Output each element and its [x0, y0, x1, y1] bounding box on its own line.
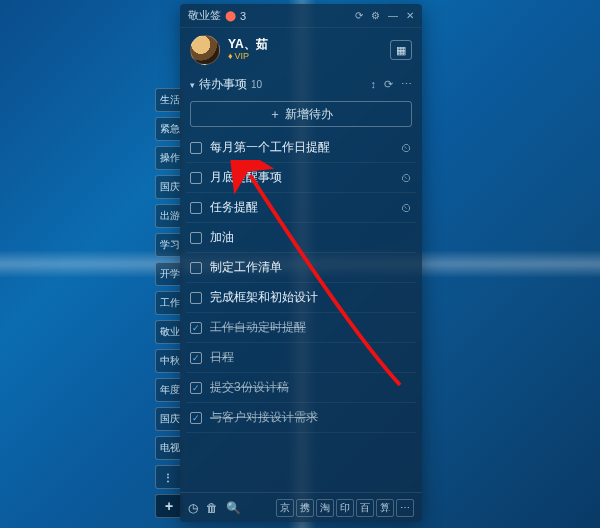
todo-item[interactable]: 提交3份设计稿: [186, 373, 416, 403]
settings-icon[interactable]: ⚙: [371, 10, 380, 21]
todo-item[interactable]: 月底提醒事项⏲: [186, 163, 416, 193]
vip-badge: VIP: [228, 52, 268, 62]
side-tab[interactable]: 敬业: [155, 320, 183, 344]
side-tab-more[interactable]: ⋮: [155, 465, 183, 489]
plus-icon: ＋: [269, 106, 281, 123]
todo-item[interactable]: 完成框架和初始设计: [186, 283, 416, 313]
side-tab[interactable]: 工作: [155, 291, 183, 315]
minimize-icon[interactable]: —: [388, 10, 398, 21]
quick-links: 京携淘印百算⋯: [276, 499, 414, 517]
refresh-icon[interactable]: ⟳: [384, 78, 393, 91]
todo-checkbox[interactable]: [190, 232, 202, 244]
username: YA、茹: [228, 38, 268, 51]
side-tab[interactable]: 国庆: [155, 175, 183, 199]
todo-item[interactable]: 日程: [186, 343, 416, 373]
todo-text: 完成框架和初始设计: [210, 289, 412, 306]
quick-link[interactable]: 携: [296, 499, 314, 517]
todo-text: 制定工作清单: [210, 259, 412, 276]
footer-bar: ◷ 🗑 🔍 京携淘印百算⋯: [180, 492, 422, 522]
sort-icon[interactable]: ↕: [371, 78, 377, 91]
sync-icon[interactable]: ⟳: [355, 10, 363, 21]
todo-text: 月底提醒事项: [210, 169, 393, 186]
titlebar: 敬业签 ⬤ 3 ⟳ ⚙ — ✕: [180, 4, 422, 28]
search-icon[interactable]: 🔍: [226, 501, 241, 515]
todo-item[interactable]: 与客户对接设计需求: [186, 403, 416, 433]
todo-text: 任务提醒: [210, 199, 393, 216]
side-tab[interactable]: 中秋: [155, 349, 183, 373]
quick-link[interactable]: 算: [376, 499, 394, 517]
quick-link-more[interactable]: ⋯: [396, 499, 414, 517]
todo-text: 工作自动定时提醒: [210, 319, 412, 336]
todo-checkbox[interactable]: [190, 292, 202, 304]
quick-link[interactable]: 京: [276, 499, 294, 517]
reminder-icon[interactable]: ⏲: [401, 202, 412, 214]
user-bar: YA、茹 VIP ▦: [180, 28, 422, 72]
desktop-background: 生活紧急操作国庆出游学习开学工作敬业中秋年度国庆电视⋮+ 敬业签 ⬤ 3 ⟳ ⚙…: [0, 0, 600, 528]
side-tab[interactable]: 紧急: [155, 117, 183, 141]
calendar-icon[interactable]: ▦: [390, 40, 412, 60]
add-todo-button[interactable]: ＋ 新增待办: [190, 101, 412, 127]
quick-link[interactable]: 百: [356, 499, 374, 517]
todo-checkbox[interactable]: [190, 412, 202, 424]
todo-item[interactable]: 每月第一个工作日提醒⏲: [186, 133, 416, 163]
category-tabs: 生活紧急操作国庆出游学习开学工作敬业中秋年度国庆电视⋮+: [155, 88, 183, 518]
avatar[interactable]: [190, 35, 220, 65]
side-tab[interactable]: 开学: [155, 262, 183, 286]
todo-item[interactable]: 制定工作清单: [186, 253, 416, 283]
todo-text: 日程: [210, 349, 412, 366]
todo-checkbox[interactable]: [190, 172, 202, 184]
todo-text: 每月第一个工作日提醒: [210, 139, 393, 156]
side-tab[interactable]: 生活: [155, 88, 183, 112]
app-title: 敬业签: [188, 8, 221, 23]
todo-text: 与客户对接设计需求: [210, 409, 412, 426]
section-title: 待办事项: [199, 76, 247, 93]
reminder-icon[interactable]: ⏲: [401, 172, 412, 184]
chevron-down-icon: ▾: [190, 80, 195, 90]
close-icon[interactable]: ✕: [406, 10, 414, 21]
history-icon[interactable]: ◷: [188, 501, 198, 515]
todo-list: 每月第一个工作日提醒⏲月底提醒事项⏲任务提醒⏲加油制定工作清单完成框架和初始设计…: [180, 133, 422, 492]
todo-checkbox[interactable]: [190, 262, 202, 274]
side-tab[interactable]: 国庆: [155, 407, 183, 431]
todo-checkbox[interactable]: [190, 382, 202, 394]
side-tab[interactable]: 电视: [155, 436, 183, 460]
side-tab-add[interactable]: +: [155, 494, 183, 518]
notification-count: 3: [240, 10, 246, 22]
todo-item[interactable]: 任务提醒⏲: [186, 193, 416, 223]
add-todo-label: 新增待办: [285, 106, 333, 123]
section-count: 10: [251, 79, 262, 90]
todo-text: 加油: [210, 229, 412, 246]
todo-item[interactable]: 工作自动定时提醒: [186, 313, 416, 343]
app-window: 敬业签 ⬤ 3 ⟳ ⚙ — ✕ YA、茹 VIP ▦ ▾ 待办事项: [180, 4, 422, 522]
quick-link[interactable]: 印: [336, 499, 354, 517]
todo-checkbox[interactable]: [190, 142, 202, 154]
trash-icon[interactable]: 🗑: [206, 501, 218, 515]
notification-icon[interactable]: ⬤: [225, 10, 236, 21]
section-header[interactable]: ▾ 待办事项 10 ↕ ⟳ ⋯: [180, 72, 422, 97]
side-tab[interactable]: 学习: [155, 233, 183, 257]
todo-text: 提交3份设计稿: [210, 379, 412, 396]
todo-checkbox[interactable]: [190, 322, 202, 334]
side-tab[interactable]: 操作: [155, 146, 183, 170]
todo-checkbox[interactable]: [190, 202, 202, 214]
reminder-icon[interactable]: ⏲: [401, 142, 412, 154]
more-icon[interactable]: ⋯: [401, 78, 412, 91]
side-tab[interactable]: 年度: [155, 378, 183, 402]
side-tab[interactable]: 出游: [155, 204, 183, 228]
quick-link[interactable]: 淘: [316, 499, 334, 517]
todo-item[interactable]: 加油: [186, 223, 416, 253]
todo-checkbox[interactable]: [190, 352, 202, 364]
